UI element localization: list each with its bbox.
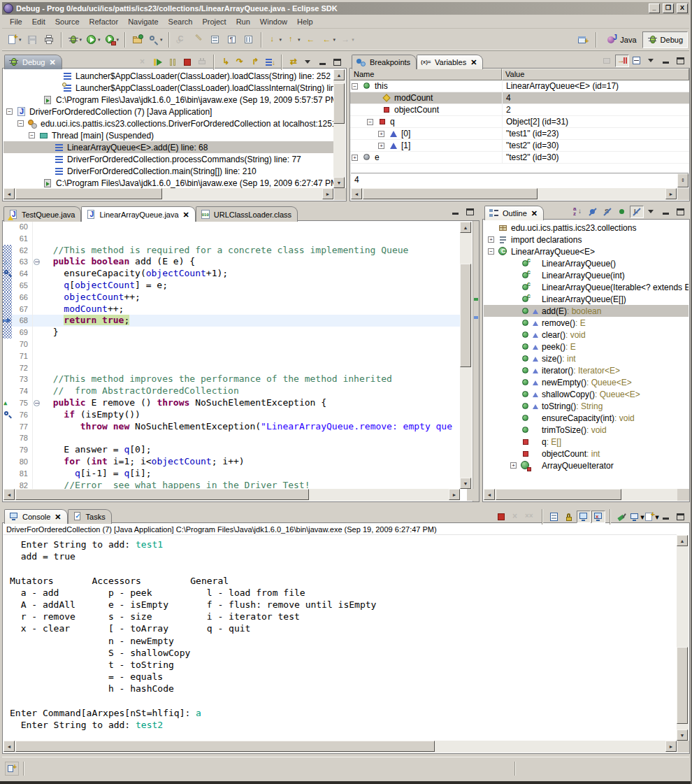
line-number[interactable]: 81: [12, 468, 33, 480]
back-button[interactable]: ←▾: [319, 31, 338, 48]
show-type-names-button[interactable]: →: [615, 55, 629, 67]
menu-window[interactable]: Window: [255, 16, 292, 27]
overview-mark[interactable]: [474, 298, 478, 301]
line-number[interactable]: 74: [12, 385, 33, 397]
debug-horizontal-scrollbar[interactable]: ◄►: [3, 188, 333, 200]
scroll-right-button[interactable]: ►: [449, 489, 460, 500]
overview-mark[interactable]: [474, 316, 478, 319]
annotation-ruler[interactable]: [3, 221, 12, 233]
menu-search[interactable]: Search: [164, 16, 198, 27]
hide-local-button[interactable]: L: [630, 206, 644, 218]
line-number[interactable]: 75: [12, 397, 33, 409]
view-menu-button[interactable]: [644, 206, 658, 218]
column-value[interactable]: Value: [502, 69, 689, 80]
line-number[interactable]: 78: [12, 432, 33, 444]
annotation-ruler[interactable]: [3, 304, 12, 315]
editor-layout-button[interactable]: [240, 31, 257, 48]
show-logical-button[interactable]: [600, 55, 614, 67]
outline-row[interactable]: clear() : void: [484, 329, 689, 341]
scroll-down-button[interactable]: ▼: [460, 478, 471, 489]
step-into-button[interactable]: ↳: [219, 56, 233, 69]
outline-row[interactable]: cLinearArrayQueue(int): [484, 269, 689, 281]
variable-row[interactable]: +[0]"test1" (id=23): [350, 128, 689, 140]
variable-detail-pane[interactable]: 4: [351, 173, 689, 188]
resume-button[interactable]: [151, 56, 165, 69]
format-pencil-button[interactable]: [190, 31, 207, 48]
remove-launch-button[interactable]: ×: [509, 511, 523, 523]
remove-all-button[interactable]: ××: [524, 511, 538, 523]
show-stderr-button[interactable]: x: [591, 511, 605, 523]
outline-row[interactable]: newEmpty() : Queue<E>: [484, 376, 689, 388]
scroll-right-button[interactable]: ►: [322, 188, 333, 199]
last-edit-location-button[interactable]: ←: [303, 31, 319, 48]
tree-expander[interactable]: −: [6, 108, 13, 115]
console-vertical-scrollbar[interactable]: ▲▼: [677, 535, 689, 741]
menu-refactor[interactable]: Refactor: [85, 16, 124, 27]
editor-horizontal-scrollbar[interactable]: ◄►: [3, 489, 460, 501]
annotation-ruler[interactable]: [3, 468, 12, 480]
refresh-c-button[interactable]: C↺: [173, 31, 190, 48]
new-wizard-button[interactable]: +▾: [5, 31, 24, 48]
print-button[interactable]: [41, 31, 57, 48]
maximize-view-button[interactable]: [674, 511, 688, 523]
segment-editor-button[interactable]: [207, 31, 224, 48]
tree-expander[interactable]: −: [352, 83, 358, 90]
scroll-left-button[interactable]: ◄: [351, 188, 362, 199]
menu-file[interactable]: File: [5, 16, 27, 27]
debug-vertical-scrollbar[interactable]: ▲▼: [333, 69, 345, 188]
search-button[interactable]: ▾: [146, 31, 165, 48]
debug-tree-row[interactable]: −JDriverForOrderedCollection (7) [Java A…: [3, 106, 333, 117]
tree-expander[interactable]: −: [17, 120, 24, 127]
outline-row[interactable]: cLinearArrayQueue(): [484, 257, 689, 269]
clear-console-button[interactable]: [547, 511, 561, 523]
debug-tree-row[interactable]: DriverForOrderedCollection.main(String[]…: [3, 165, 333, 177]
close-tab-icon[interactable]: ✕: [470, 59, 477, 66]
scroll-right-button[interactable]: ►: [665, 741, 677, 752]
minimize-button[interactable]: _: [649, 3, 660, 13]
restore-button[interactable]: ❐: [663, 3, 674, 13]
sort-button[interactable]: az↓: [571, 206, 585, 218]
debug-tree-row[interactable]: −edu.uci.ics.pattis.ics23.collections.Dr…: [3, 117, 333, 129]
line-number[interactable]: 70: [12, 338, 33, 350]
perspective-debug[interactable]: Debug: [642, 31, 688, 48]
annotation-ruler[interactable]: [3, 373, 12, 385]
variable-row[interactable]: objectCount2: [350, 104, 689, 116]
outline-row[interactable]: q : E[]: [484, 436, 689, 448]
minimize-view-button[interactable]: [316, 56, 330, 69]
maximize-view-button[interactable]: [674, 55, 688, 67]
hide-fields-button[interactable]: [586, 206, 600, 218]
annotation-ruler[interactable]: [3, 245, 12, 257]
scroll-lock-button[interactable]: [562, 511, 576, 523]
editor-vertical-scrollbar[interactable]: ▲▼: [460, 222, 472, 489]
scroll-left-button[interactable]: ◄: [3, 741, 15, 752]
line-number[interactable]: 73: [12, 373, 33, 385]
outline-row[interactable]: cLinearArrayQueue(Iterable<? extends E>): [484, 281, 689, 293]
scroll-up-button[interactable]: ▲: [460, 222, 471, 233]
annotation-ruler[interactable]: [3, 480, 12, 490]
close-tab-icon[interactable]: ✕: [183, 211, 189, 218]
hide-static-button[interactable]: S: [600, 206, 614, 218]
scroll-thumb[interactable]: [496, 489, 621, 500]
suspend-button[interactable]: [166, 56, 180, 69]
line-number[interactable]: 77: [12, 421, 33, 433]
run-external-button[interactable]: ▾: [103, 31, 122, 48]
close-button[interactable]: X: [677, 3, 688, 13]
annotation-ruler[interactable]: [3, 292, 12, 304]
line-number[interactable]: 71: [12, 350, 33, 362]
minimize-view-button[interactable]: [449, 206, 463, 218]
tree-expander[interactable]: −: [367, 119, 373, 125]
annotation-ruler[interactable]: [3, 456, 12, 468]
close-tab-icon[interactable]: ✕: [531, 210, 538, 217]
line-number[interactable]: 64: [12, 268, 33, 280]
outline-row[interactable]: +ArrayQueueIterator: [484, 459, 689, 471]
debug-tree-row[interactable]: C:\Program Files\Java\jdk1.6.0_16\bin\ja…: [3, 177, 333, 188]
tab-console[interactable]: Console✕: [4, 509, 68, 524]
debug-tree-row[interactable]: −Thread [main] (Suspended): [3, 129, 333, 141]
annotation-ruler[interactable]: [3, 327, 12, 338]
menu-help[interactable]: Help: [292, 16, 318, 27]
step-filters-button[interactable]: ⇄: [287, 56, 301, 69]
line-number[interactable]: 69: [12, 327, 33, 338]
run-button[interactable]: ▾: [84, 31, 103, 48]
line-number[interactable]: 80: [12, 456, 33, 468]
collapse-all-button[interactable]: [630, 55, 644, 67]
